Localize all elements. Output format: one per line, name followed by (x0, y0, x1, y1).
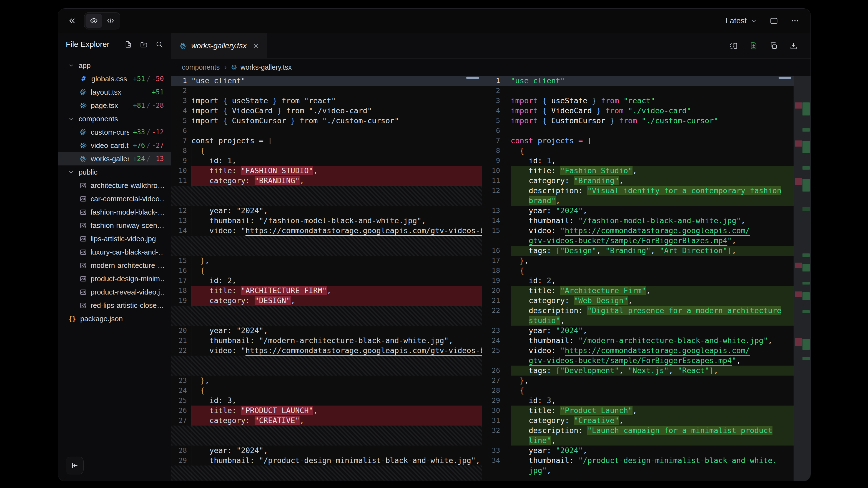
code-line: 21 thumbnail: "/modern-architecture-blac… (171, 335, 482, 346)
scrollbar-thumb[interactable] (779, 76, 792, 79)
image-file-icon (80, 182, 87, 189)
react-file-icon (231, 64, 237, 70)
code-toggle-button[interactable] (102, 13, 119, 28)
diff-overview-mark (803, 339, 810, 350)
diff-overview-mark (803, 310, 810, 313)
split-view-button[interactable] (730, 42, 738, 50)
tree-file-product-design-minim-[interactable]: product-design-minim… (58, 272, 171, 285)
code-icon (106, 17, 115, 25)
tree-file-custom-curs-[interactable]: custom-curs…+33/-12 (58, 126, 171, 139)
line-number: 19 (482, 275, 500, 286)
diff-overview-strip[interactable] (794, 76, 810, 481)
line-number: 8 (171, 146, 187, 156)
bottom-panel-icon (769, 17, 778, 25)
line-number: 12 (171, 206, 187, 216)
tree-file-page.tsx[interactable]: page.tsx+81/-28 (58, 99, 171, 112)
code-line: 31 category: "Creative", (482, 416, 794, 426)
more-options-button[interactable] (790, 17, 799, 25)
tree-file-video-card.tsx[interactable]: video-card.tsx+76/-27 (58, 139, 171, 152)
diff-overview-mark (803, 264, 810, 271)
tree-file-globals.css[interactable]: #globals.css+51/-50 (58, 72, 171, 86)
line-number: 3 (171, 96, 187, 106)
new-folder-button[interactable] (140, 40, 148, 48)
diff-overview-mark (803, 102, 810, 116)
code-line: 22 description: "Digital presence for a … (482, 305, 794, 316)
tab-works-gallery[interactable]: works-gallery.tsx × (171, 33, 267, 58)
tree-file-modern-architecture-[interactable]: modern-architecture-… (58, 259, 171, 272)
diff-stats: +76/-27 (133, 141, 164, 149)
code-line: 7const projects = [ (482, 136, 794, 146)
line-number: 12 (482, 186, 500, 196)
new-file-button[interactable] (124, 40, 132, 48)
code-line: 1"use client" (171, 76, 482, 86)
line-number: 9 (171, 156, 187, 166)
tree-item-label: luxury-car-black-and-… (91, 248, 164, 257)
tree-file-layout.tsx[interactable]: layout.tsx+51 (58, 86, 171, 99)
code-line: 28 year: "2024", (171, 446, 482, 456)
line-number: 18 (171, 286, 187, 296)
tree-file-product-reveal-video.j-[interactable]: product-reveal-video.j… (58, 285, 171, 299)
tree-folder-public[interactable]: public (58, 165, 171, 179)
tree-file-car-commercial-video-[interactable]: car-commercial-video… (58, 192, 171, 205)
line-number: 15 (482, 226, 500, 236)
diff-collapsed-region (171, 356, 482, 376)
chevron-down-icon (68, 116, 74, 122)
code-line: 22 video: "https://commondatastorage.goo… (171, 346, 482, 356)
line-number: 1 (482, 76, 500, 86)
diff-pane-modified[interactable]: 1"use client"23import { useState } from … (482, 76, 794, 481)
code-line: 16 tags: ["Design", "Branding", "Art Dir… (482, 246, 794, 256)
line-number: 16 (482, 246, 500, 256)
tab-close-icon[interactable]: × (253, 41, 258, 50)
code-line: studio", (482, 316, 794, 326)
line-number: 10 (482, 166, 500, 176)
code-line: 24 { (171, 386, 482, 396)
diff-pane-original[interactable]: 1"use client"23import { useState } from … (171, 76, 482, 481)
tree-folder-app[interactable]: app (58, 59, 171, 72)
code-line: 30 title: "Product Launch", (482, 405, 794, 416)
line-number (482, 435, 500, 446)
diff-overview-mark (795, 102, 802, 108)
breadcrumb-file[interactable]: works-gallery.tsx (231, 63, 291, 71)
line-number: 21 (171, 335, 187, 346)
line-number: 4 (171, 106, 187, 116)
react-file-icon (80, 155, 87, 162)
line-number: 5 (171, 116, 187, 126)
code-line: gtv-videos-bucket/sample/ForBiggerBlazes… (482, 236, 794, 246)
tree-file-red-lips-artistic-close-[interactable]: red-lips-artistic-close… (58, 299, 171, 312)
code-line: 12 description: "Visual identity for a c… (482, 186, 794, 196)
line-number: 30 (482, 405, 500, 416)
tree-item-label: app (79, 61, 91, 70)
code-line: 27 category: "CREATIVE", (171, 416, 482, 426)
panel-layout-button[interactable] (769, 17, 778, 25)
diff-collapsed-region (171, 236, 482, 256)
code-line: 21 category: "Web Design", (482, 296, 794, 305)
breadcrumb-folder[interactable]: components (182, 63, 220, 71)
line-number: 3 (482, 96, 500, 106)
tree-file-fashion-runway-scen-[interactable]: fashion-runway-scen… (58, 219, 171, 232)
scrollbar-thumb[interactable] (466, 76, 479, 79)
code-line: 16 { (171, 266, 482, 275)
code-line: 33 year: "2024", (482, 446, 794, 456)
search-files-button[interactable] (155, 40, 163, 48)
copy-code-button[interactable] (769, 42, 778, 50)
tree-file-works-galler-[interactable]: works-galler…+24/-13 (58, 152, 171, 165)
line-number: 28 (482, 386, 500, 396)
tree-file-luxury-car-black-and-[interactable]: luxury-car-black-and-… (58, 246, 171, 259)
diff-view-button[interactable] (749, 42, 758, 50)
tree-item-label: custom-curs… (91, 128, 129, 137)
tree-file-architecture-walkthro-[interactable]: architecture-walkthro… (58, 179, 171, 192)
tree-file-lips-artistic-video.jpg[interactable]: lips-artistic-video.jpg (58, 232, 171, 246)
version-dropdown[interactable]: Latest (725, 17, 757, 25)
app-window: Latest File Explorer (58, 8, 811, 481)
tree-file-fashion-model-black-[interactable]: fashion-model-black-… (58, 205, 171, 219)
download-button[interactable] (789, 42, 798, 50)
diff-overview-mark (803, 292, 810, 300)
code-line: 25 id: 3, (171, 396, 482, 405)
tree-file-package.json[interactable]: {}package.json (58, 312, 171, 325)
indent-guide (201, 146, 201, 481)
collapse-sidebar-button[interactable] (66, 457, 84, 475)
preview-toggle-button[interactable] (86, 13, 102, 28)
collapse-panel-button[interactable] (65, 14, 79, 28)
tree-folder-components[interactable]: components (58, 112, 171, 126)
code-line: 18 title: "ARCHITECTURE FIRM", (171, 286, 482, 296)
